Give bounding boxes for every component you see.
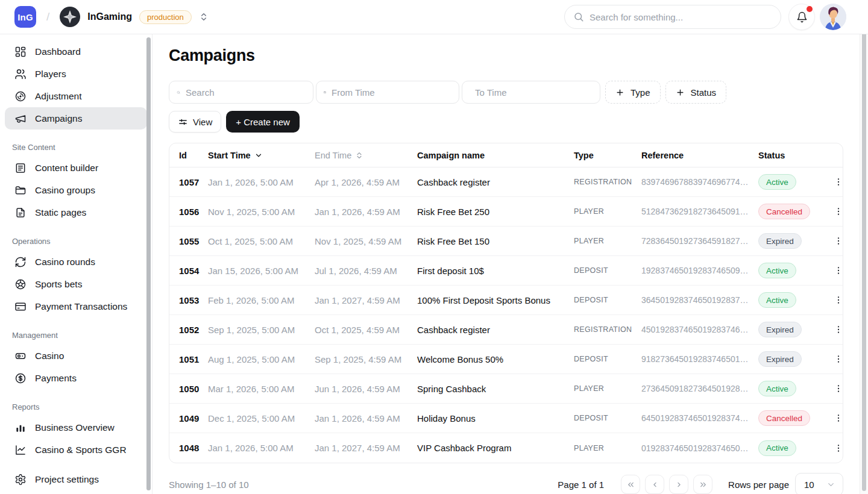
table-row[interactable]: 1056 Nov 1, 2025, 5:00 AM Jan 1, 2026, 4… — [169, 197, 843, 227]
ggr-chart-icon — [14, 444, 27, 456]
from-time-field[interactable] — [316, 81, 459, 104]
sidebar-item-label: Casino rounds — [35, 257, 95, 267]
row-actions-button[interactable] — [830, 263, 843, 278]
sidebar-item-static-pages[interactable]: Static pages — [5, 201, 147, 224]
row-actions-button[interactable] — [830, 293, 843, 307]
campaign-end-time: Nov 1, 2025, 4:59 AM — [315, 236, 417, 246]
campaign-end-time: Apr 1, 2026, 4:59 AM — [315, 177, 417, 187]
row-actions-button[interactable] — [830, 381, 843, 396]
campaign-name: Risk Free Bet 250 — [417, 207, 574, 217]
column-header-campaign-name: Campaign name — [417, 151, 574, 160]
campaign-reference: 839746967883974696774… — [641, 177, 758, 187]
business-overview-icon — [14, 422, 27, 434]
status-badge: Active — [758, 381, 796, 396]
bell-icon — [796, 11, 808, 23]
campaign-start-time: Jan 1, 2026, 5:00 AM — [208, 177, 315, 187]
campaign-start-time: Jan 1, 2026, 5:00 AM — [208, 443, 315, 453]
table-row[interactable]: 1054 Jan 15, 2026, 5:00 AM Jul 1, 2026, … — [169, 256, 843, 286]
sidebar-item-casino-rounds[interactable]: Casino rounds — [5, 251, 147, 273]
campaign-end-time: Jan 1, 2027, 4:59 AM — [315, 443, 417, 453]
campaigns-icon — [14, 113, 27, 125]
project-avatar[interactable] — [60, 7, 80, 27]
app-logo[interactable]: InG — [14, 6, 36, 28]
last-page-button[interactable] — [693, 475, 712, 494]
campaign-end-time: Sep 1, 2025, 4:59 AM — [315, 354, 417, 364]
campaign-reference: 728364501927364591827… — [641, 236, 758, 246]
row-actions-button[interactable] — [830, 352, 843, 366]
chevron-down-icon — [826, 480, 835, 489]
sidebar-scrollbar[interactable] — [146, 37, 151, 490]
sidebar-item-payments[interactable]: Payments — [5, 367, 147, 389]
global-search-input[interactable] — [590, 12, 772, 22]
campaign-type: REGISTRATION — [574, 325, 641, 334]
chevron-right-icon — [675, 480, 684, 489]
sidebar-item-payment-transactions[interactable]: Payment Transactions — [5, 295, 147, 317]
sidebar-item-casino-groups[interactable]: Casino groups — [5, 179, 147, 201]
campaign-id: 1050 — [179, 384, 208, 394]
sidebar-item-players[interactable]: Players — [5, 63, 147, 85]
campaign-start-time: Jan 15, 2026, 5:00 AM — [208, 266, 315, 276]
from-time-input[interactable] — [332, 87, 451, 98]
next-page-button[interactable] — [669, 475, 688, 494]
status-filter-label: Status — [691, 87, 717, 98]
window-scrollbar[interactable] — [860, 0, 868, 494]
notifications-button[interactable] — [788, 4, 815, 30]
view-button[interactable]: View — [169, 111, 221, 133]
type-filter-button[interactable]: Type — [605, 81, 661, 104]
table-row[interactable]: 1048 Jan 1, 2026, 5:00 AM Jan 1, 2027, 4… — [169, 433, 843, 463]
table-row[interactable]: 1052 Sep 1, 2025, 5:00 AM Oct 1, 2025, 4… — [169, 315, 843, 345]
row-actions-button[interactable] — [830, 441, 843, 455]
sidebar-item-dashboard[interactable]: Dashboard — [5, 40, 147, 63]
sidebar-item-content-builder[interactable]: Content builder — [5, 157, 147, 179]
campaign-end-time: Jul 1, 2026, 4:59 AM — [315, 266, 417, 276]
column-header-end-time[interactable]: End Time — [315, 151, 417, 160]
status-badge: Expired — [758, 351, 802, 367]
table-row[interactable]: 1049 Dec 1, 2025, 5:00 AM Jan 1, 2026, 4… — [169, 404, 843, 433]
status-badge: Cancelled — [758, 204, 810, 219]
sidebar-item-casino[interactable]: Casino — [5, 345, 147, 367]
sidebar-item-business-overview[interactable]: Business Overview — [5, 416, 147, 439]
sidebar-item-project-settings[interactable]: Project settings — [5, 468, 147, 490]
window-scrollbar-thumb[interactable] — [862, 3, 866, 491]
topbar: InG / InGaming production — [0, 0, 868, 34]
to-time-input[interactable] — [475, 87, 595, 98]
sidebar-item-campaigns[interactable]: Campaigns — [5, 107, 147, 130]
campaign-name: First deposit 10$ — [417, 266, 574, 276]
campaign-type: REGISTRATION — [574, 178, 641, 186]
prev-page-button[interactable] — [645, 475, 664, 494]
campaign-id: 1053 — [179, 295, 208, 305]
row-actions-button[interactable] — [830, 175, 843, 189]
project-switcher-button[interactable] — [199, 12, 209, 22]
kebab-menu-icon — [834, 266, 843, 275]
create-new-button[interactable]: + Create new — [226, 111, 300, 133]
first-page-button[interactable] — [621, 475, 640, 494]
row-actions-button[interactable] — [830, 234, 843, 248]
status-badge: Active — [758, 174, 796, 190]
campaign-search[interactable] — [169, 81, 313, 104]
table-row[interactable]: 1057 Jan 1, 2026, 5:00 AM Apr 1, 2026, 4… — [169, 167, 843, 197]
sidebar-item-label: Casino groups — [35, 185, 95, 196]
sidebar-item-ggr[interactable]: Casino & Sports GGR — [5, 439, 147, 461]
casino-groups-icon — [14, 184, 27, 196]
kebab-menu-icon — [834, 325, 843, 334]
campaign-search-input[interactable] — [186, 87, 306, 98]
campaign-end-time: Jan 1, 2026, 4:59 AM — [315, 207, 417, 217]
to-time-field[interactable] — [462, 81, 600, 104]
global-search[interactable] — [564, 5, 781, 29]
user-avatar[interactable] — [820, 4, 846, 30]
sidebar-item-adjustment[interactable]: Adjustment — [5, 85, 147, 107]
column-header-start-time[interactable]: Start Time — [208, 151, 315, 160]
rows-per-page-select[interactable]: 10 — [795, 473, 843, 494]
row-actions-button[interactable] — [830, 204, 843, 219]
campaign-id: 1049 — [179, 413, 208, 424]
sidebar-item-label: Static pages — [35, 207, 86, 218]
table-row[interactable]: 1053 Feb 1, 2026, 5:00 AM Jan 1, 2027, 4… — [169, 286, 843, 315]
row-actions-button[interactable] — [830, 322, 843, 337]
sidebar-item-sports-bets[interactable]: Sports bets — [5, 273, 147, 295]
table-row[interactable]: 1055 Oct 1, 2025, 5:00 AM Nov 1, 2025, 4… — [169, 227, 843, 256]
status-filter-button[interactable]: Status — [665, 81, 727, 104]
table-row[interactable]: 1051 Aug 1, 2025, 5:00 AM Sep 1, 2025, 4… — [169, 345, 843, 374]
casino-icon — [14, 350, 27, 362]
row-actions-button[interactable] — [830, 411, 843, 425]
table-row[interactable]: 1050 Mar 1, 2026, 5:00 AM Jun 1, 2026, 4… — [169, 374, 843, 404]
